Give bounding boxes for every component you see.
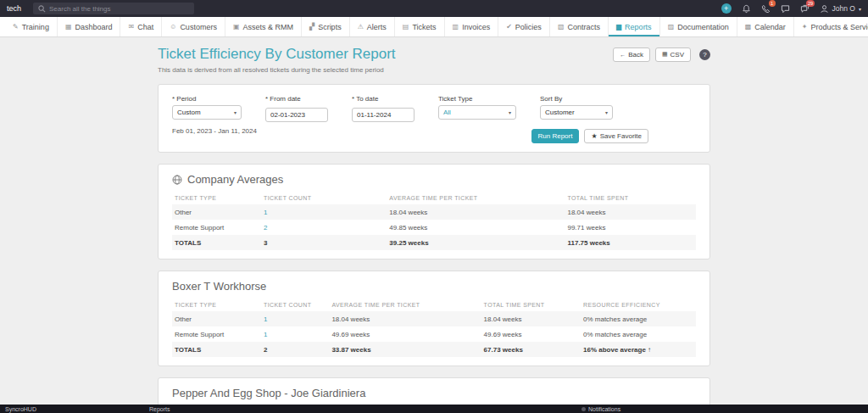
nav-item-alerts[interactable]: ⚠Alerts <box>349 17 394 36</box>
sort-by-value: Customer <box>545 109 575 116</box>
csv-button-label: CSV <box>670 51 684 59</box>
policies-icon: ✔ <box>506 23 512 31</box>
column-header: TOTAL TIME SPENT <box>565 192 696 204</box>
statusbar-reports-tab[interactable]: Reports <box>149 406 170 412</box>
chevron-down-icon: ▾ <box>859 6 861 12</box>
column-header: AVERAGE TIME PER TICKET <box>329 299 481 311</box>
ticket-count-link[interactable]: 1 <box>264 331 267 338</box>
star-icon: ★ <box>591 132 597 140</box>
period-label: * Period <box>172 95 242 103</box>
nav-item-label: Chat <box>137 23 153 31</box>
sort-by-field: Sort By Customer ▾ <box>540 95 613 122</box>
statusbar-notifications[interactable]: Notifications <box>581 406 620 412</box>
table-cell: TOTALS <box>172 235 261 250</box>
customers-icon: ☺ <box>170 23 176 31</box>
table-row: TOTALS233.87 weeks67.73 weeks16% above a… <box>172 342 696 357</box>
table-cell: 67.73 weeks <box>481 342 581 357</box>
period-select[interactable]: Custom ▾ <box>172 105 242 120</box>
assets-rmm-icon: ▣ <box>233 23 240 31</box>
back-button[interactable]: ← Back <box>613 47 650 62</box>
syncrohud-label[interactable]: SyncroHUD <box>0 406 36 412</box>
ticket-type-select[interactable]: All ▾ <box>438 105 516 120</box>
scripts-icon: ▞ <box>309 23 314 31</box>
from-date-field: * From date <box>265 95 328 122</box>
csv-button[interactable]: ▦ CSV <box>655 47 691 62</box>
nav-item-label: Reports <box>625 23 652 31</box>
nav-item-reports[interactable]: ▆Reports <box>608 17 659 36</box>
report-sections: Company AveragesTICKET TYPETICKET COUNTA… <box>158 164 710 413</box>
nav-item-dashboard[interactable]: ▦Dashboard <box>57 17 120 36</box>
nav-item-tickets[interactable]: ▤Tickets <box>394 17 444 36</box>
table-cell: Remote Support <box>172 220 261 235</box>
ticket-count-link[interactable]: 2 <box>264 224 267 232</box>
contracts-icon: ▧ <box>558 23 565 31</box>
csv-grid-icon: ▦ <box>662 51 668 58</box>
nav-item-documentation[interactable]: ▨Documentation <box>659 17 737 36</box>
save-favorite-label: Save Favorite <box>600 132 642 140</box>
nav-item-contracts[interactable]: ▧Contracts <box>549 17 608 36</box>
nav-item-products-services[interactable]: ✦Products & Services <box>793 17 868 36</box>
section-title-text: Company Averages <box>187 173 283 186</box>
table-cell: 49.69 weeks <box>329 326 481 342</box>
section-title-text: Pepper And Egg Shop - Joe Giardiniera <box>172 387 365 399</box>
table-cell: 0% matches average <box>581 326 696 342</box>
ticket-count-link[interactable]: 1 <box>264 209 267 216</box>
table-cell: Other <box>172 204 261 220</box>
table-cell: 18.04 weeks <box>481 311 581 326</box>
nav-item-invoices[interactable]: ▥Invoices <box>444 17 498 36</box>
column-header: RESOURCE EFFICIENCY <box>581 299 696 311</box>
nav-item-training[interactable]: ✎Training <box>5 17 57 36</box>
nav-item-label: Products & Services <box>811 23 868 31</box>
search-input[interactable] <box>49 5 189 13</box>
table-row: Remote Support249.85 weeks99.71 weeks <box>172 220 696 235</box>
section-title: Boxer T Workhorse <box>172 280 696 293</box>
help-button[interactable]: ? <box>699 49 710 60</box>
ticket-type-label: Ticket Type <box>438 95 516 103</box>
user-menu[interactable]: John O ▾ <box>820 4 861 14</box>
table-cell: 1 <box>261 326 329 342</box>
global-search[interactable] <box>33 3 194 14</box>
products-services-icon: ✦ <box>802 23 808 31</box>
nav-item-calendar[interactable]: ▩Calendar <box>737 17 793 36</box>
to-date-input[interactable] <box>352 108 415 122</box>
save-favorite-button[interactable]: ★ Save Favorite <box>584 129 648 143</box>
nav-item-chat[interactable]: ✉Chat <box>120 17 161 36</box>
table-cell: 1 <box>261 311 329 326</box>
nav-item-scripts[interactable]: ▞Scripts <box>301 17 349 36</box>
topbar-actions: + 1 29 John O ▾ <box>721 3 861 14</box>
add-new-button[interactable]: + <box>721 3 732 14</box>
to-date-label: * To date <box>352 95 415 103</box>
nav-item-label: Dashboard <box>75 23 112 31</box>
run-report-button[interactable]: Run Report <box>531 129 580 143</box>
nav-item-assets-rmm[interactable]: ▣Assets & RMM <box>225 17 301 36</box>
brand-logo[interactable]: tech <box>7 4 21 13</box>
chat-bubble-icon[interactable] <box>781 4 790 14</box>
nav-item-label: Policies <box>515 23 542 31</box>
table-cell: 18.04 weeks <box>565 204 696 220</box>
table-cell: 1 <box>261 204 387 220</box>
messages-icon[interactable]: 29 <box>800 4 810 14</box>
sort-by-select[interactable]: Customer ▾ <box>540 105 613 120</box>
nav-item-policies[interactable]: ✔Policies <box>498 17 549 36</box>
table-header-row: TICKET TYPETICKET COUNTAVERAGE TIME PER … <box>172 299 696 311</box>
table-cell: 39.25 weeks <box>387 235 565 250</box>
documentation-icon: ▨ <box>668 23 675 31</box>
dashboard-icon: ▦ <box>65 23 72 31</box>
nav-item-label: Assets & RMM <box>242 23 293 31</box>
calendar-icon: ▩ <box>745 23 752 31</box>
nav-item-customers[interactable]: ☺Customers <box>161 17 225 36</box>
nav-item-label: Invoices <box>462 23 490 31</box>
report-section-card: Boxer T WorkhorseTICKET TYPETICKET COUNT… <box>158 271 710 366</box>
from-date-label: * From date <box>265 95 328 103</box>
table-cell: 18.04 weeks <box>387 204 565 220</box>
phone-icon[interactable]: 1 <box>761 4 771 14</box>
ticket-count-link[interactable]: 1 <box>264 315 267 323</box>
ticket-type-field: Ticket Type All ▾ <box>438 95 516 122</box>
table-row: Other118.04 weeks18.04 weeks0% matches a… <box>172 311 696 326</box>
section-title: Pepper And Egg Shop - Joe Giardiniera <box>172 387 696 399</box>
phone-badge: 1 <box>769 0 776 7</box>
table-row: Other118.04 weeks18.04 weeks <box>172 204 696 220</box>
notifications-bell-icon[interactable] <box>742 4 751 14</box>
from-date-input[interactable] <box>265 108 328 122</box>
chat-icon: ✉ <box>128 23 134 31</box>
